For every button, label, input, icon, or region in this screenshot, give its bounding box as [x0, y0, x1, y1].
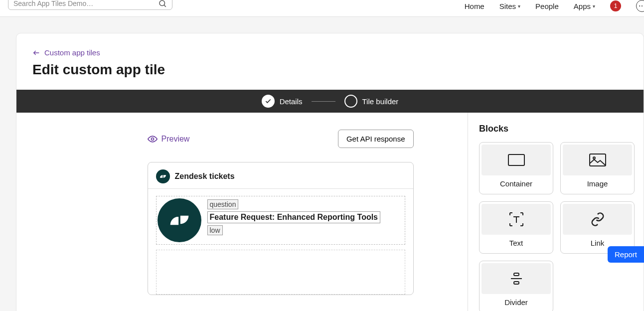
top-bar: Home Sites ▾ People Apps ▾ 1 ⋯: [0, 0, 644, 17]
eye-icon: [148, 134, 158, 144]
block-divider-label: Divider: [504, 298, 528, 311]
tile-item-container[interactable]: question Feature Request: Enhanced Repor…: [156, 196, 405, 245]
builder-area: Preview Get API response Zendesk tickets: [16, 113, 644, 311]
blocks-heading: Blocks: [479, 124, 635, 134]
blocks-panel: Blocks Container Image: [468, 113, 644, 311]
image-icon: [563, 145, 632, 175]
type-tag[interactable]: question: [207, 199, 239, 209]
step-details[interactable]: Details: [262, 95, 303, 108]
svg-rect-4: [508, 155, 524, 165]
empty-drop-zone[interactable]: [156, 250, 405, 295]
search-box[interactable]: [8, 0, 172, 10]
tile-item-meta: question Feature Request: Enhanced Repor…: [207, 198, 381, 235]
report-button[interactable]: Report: [608, 246, 644, 263]
tile-item-row: question Feature Request: Enhanced Repor…: [158, 197, 404, 243]
search-input[interactable]: [13, 0, 158, 7]
canvas-actions: Preview Get API response: [148, 130, 414, 148]
blocks-grid: Container Image Text: [479, 142, 635, 311]
block-divider[interactable]: Divider: [479, 261, 553, 311]
svg-point-0: [160, 0, 165, 6]
zendesk-logo-icon: [158, 198, 201, 242]
step-tile-builder[interactable]: Tile builder: [344, 95, 399, 108]
priority-tag[interactable]: low: [207, 225, 223, 235]
nav-right: Home Sites ▾ People Apps ▾ 1 ⋯: [465, 0, 644, 12]
svg-line-1: [164, 5, 165, 6]
search-icon: [158, 0, 167, 8]
divider-icon: [482, 263, 551, 294]
step-details-label: Details: [280, 97, 303, 106]
nav-sites-label: Sites: [499, 2, 516, 10]
more-menu[interactable]: ⋯: [636, 0, 644, 12]
tile-title: Zendesk tickets: [175, 172, 235, 181]
notification-badge[interactable]: 1: [610, 0, 621, 11]
page-card: Custom app tiles Edit custom app tile De…: [16, 33, 644, 311]
nav-sites[interactable]: Sites ▾: [499, 2, 520, 10]
block-text[interactable]: Text: [479, 201, 553, 254]
block-text-label: Text: [509, 239, 523, 251]
nav-apps-label: Apps: [574, 2, 591, 10]
nav-apps[interactable]: Apps ▾: [574, 2, 595, 10]
svg-point-3: [151, 138, 154, 140]
block-image[interactable]: Image: [560, 142, 635, 194]
tile-preview: Zendesk tickets question Feature: [148, 162, 414, 295]
chevron-down-icon: ▾: [518, 3, 520, 9]
page-header: Custom app tiles Edit custom app tile: [16, 33, 644, 90]
svg-rect-9: [514, 282, 519, 284]
block-image-label: Image: [587, 179, 608, 192]
breadcrumb-label: Custom app tiles: [44, 48, 100, 57]
nav-people[interactable]: People: [535, 2, 559, 10]
block-link-label: Link: [591, 239, 605, 251]
preview-label: Preview: [161, 135, 190, 144]
block-container[interactable]: Container: [479, 142, 553, 194]
svg-rect-5: [590, 154, 606, 166]
arrow-left-icon: [32, 49, 40, 57]
container-icon: [482, 145, 551, 175]
canvas-column: Preview Get API response Zendesk tickets: [16, 113, 468, 311]
tile-header: Zendesk tickets: [148, 162, 413, 188]
page-title: Edit custom app tile: [32, 62, 628, 78]
step-circle-empty: [344, 95, 357, 108]
block-container-label: Container: [500, 179, 532, 192]
svg-rect-7: [514, 273, 519, 276]
step-builder-label: Tile builder: [362, 97, 399, 106]
text-icon: [482, 204, 551, 235]
check-icon: [262, 95, 275, 108]
link-icon: [563, 204, 632, 235]
get-api-response-button[interactable]: Get API response: [338, 130, 414, 148]
nav-home[interactable]: Home: [465, 2, 484, 10]
preview-link[interactable]: Preview: [148, 134, 190, 144]
zendesk-icon: [156, 169, 170, 183]
item-title[interactable]: Feature Request: Enhanced Reporting Tool…: [207, 211, 381, 223]
stepper-bar: Details Tile builder: [16, 90, 644, 113]
step-divider: [312, 101, 335, 102]
breadcrumb[interactable]: Custom app tiles: [32, 48, 628, 57]
svg-point-6: [593, 157, 595, 159]
chevron-down-icon: ▾: [593, 3, 595, 9]
tile-body: question Feature Request: Enhanced Repor…: [148, 189, 413, 295]
